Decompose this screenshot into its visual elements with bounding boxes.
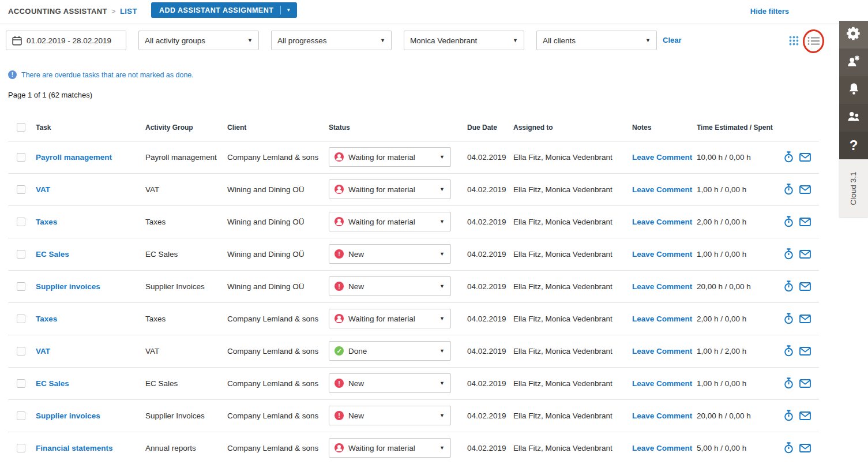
client-cell: Wining and Dining OÜ bbox=[227, 250, 305, 259]
column-header-notes: Notes bbox=[632, 114, 697, 141]
grid-view-icon[interactable] bbox=[789, 36, 799, 48]
status-dropdown[interactable]: Done ▼ bbox=[329, 341, 451, 361]
sidebar-item-settings[interactable] bbox=[839, 21, 868, 48]
task-link[interactable]: Supplier invoices bbox=[36, 282, 100, 291]
status-dropdown[interactable]: Waiting for material ▼ bbox=[329, 309, 451, 328]
sidebar-item-user-settings[interactable] bbox=[839, 48, 868, 76]
status-dropdown[interactable]: Waiting for material ▼ bbox=[329, 147, 451, 167]
leave-comment-link[interactable]: Leave Comment bbox=[632, 315, 692, 323]
chevron-down-icon: ▼ bbox=[439, 380, 445, 386]
due-date-cell: 04.02.2019 bbox=[467, 315, 506, 323]
leave-comment-link[interactable]: Leave Comment bbox=[632, 347, 692, 356]
client-cell: Company Lemland & sons bbox=[227, 444, 318, 452]
task-link[interactable]: EC Sales bbox=[36, 250, 69, 259]
status-dropdown[interactable]: Waiting for material ▼ bbox=[329, 212, 451, 231]
row-checkbox[interactable] bbox=[17, 185, 25, 194]
assigned-to-cell: Ella Fitz, Monica Vedenbrant bbox=[513, 315, 613, 323]
timer-icon[interactable] bbox=[783, 151, 794, 163]
timer-icon[interactable] bbox=[783, 377, 794, 389]
table-row: VAT VAT Wining and Dining OÜ Waiting for… bbox=[8, 173, 819, 205]
mail-icon[interactable] bbox=[799, 411, 811, 420]
clear-filters-link[interactable]: Clear bbox=[663, 36, 682, 44]
date-range-input[interactable]: 01.02.2019 - 28.02.2019 bbox=[6, 31, 126, 50]
sidebar-item-help[interactable]: ? bbox=[839, 132, 868, 159]
status-dropdown[interactable]: New ▼ bbox=[329, 406, 451, 425]
row-checkbox[interactable] bbox=[17, 153, 25, 162]
select-all-checkbox[interactable] bbox=[17, 123, 25, 132]
leave-comment-link[interactable]: Leave Comment bbox=[632, 185, 692, 194]
client-filter[interactable]: All clients ▼ bbox=[536, 31, 657, 50]
cloud-version-tab[interactable]: Cloud 3.1 bbox=[839, 159, 868, 217]
row-checkbox[interactable] bbox=[17, 282, 25, 291]
status-dropdown[interactable]: New ▼ bbox=[329, 244, 451, 264]
row-checkbox[interactable] bbox=[17, 315, 25, 323]
breadcrumb-root[interactable]: ACCOUNTING ASSISTANT bbox=[8, 7, 107, 16]
task-link[interactable]: Payroll management bbox=[36, 153, 112, 162]
hide-filters-link[interactable]: Hide filters bbox=[750, 7, 789, 16]
gear-icon bbox=[846, 26, 861, 43]
status-dropdown[interactable]: New ▼ bbox=[329, 276, 451, 296]
table-row: VAT VAT Company Lemland & sons Done ▼ 04… bbox=[8, 335, 819, 367]
row-checkbox[interactable] bbox=[17, 444, 25, 452]
status-dropdown[interactable]: New ▼ bbox=[329, 373, 451, 393]
column-header-activity-group: Activity Group bbox=[145, 114, 227, 141]
leave-comment-link[interactable]: Leave Comment bbox=[632, 379, 692, 388]
leave-comment-link[interactable]: Leave Comment bbox=[632, 282, 692, 291]
row-checkbox[interactable] bbox=[17, 218, 25, 226]
timer-icon[interactable] bbox=[783, 410, 794, 421]
breadcrumb-current[interactable]: LIST bbox=[120, 7, 137, 16]
mail-icon[interactable] bbox=[799, 444, 811, 452]
chevron-down-icon: ▼ bbox=[439, 316, 445, 321]
mail-icon[interactable] bbox=[799, 282, 811, 291]
people-icon bbox=[846, 109, 861, 126]
accounting-assistant-page: ACCOUNTING ASSISTANT>LIST ADD ASSISTANT … bbox=[0, 0, 868, 464]
task-link[interactable]: VAT bbox=[36, 185, 50, 194]
timer-icon[interactable] bbox=[783, 184, 794, 195]
activity-group-filter[interactable]: All activity groups ▼ bbox=[138, 31, 259, 50]
mail-icon[interactable] bbox=[799, 379, 811, 388]
mail-icon[interactable] bbox=[799, 185, 811, 194]
task-link[interactable]: Financial statements bbox=[36, 444, 113, 452]
task-link[interactable]: Supplier invoices bbox=[36, 411, 100, 420]
timer-icon[interactable] bbox=[783, 248, 794, 260]
chevron-down-icon: ▼ bbox=[439, 154, 445, 160]
progress-filter[interactable]: All progresses ▼ bbox=[271, 31, 392, 50]
task-link[interactable]: EC Sales bbox=[36, 379, 69, 388]
task-link[interactable]: Taxes bbox=[36, 315, 57, 323]
mail-icon[interactable] bbox=[799, 250, 811, 259]
add-assistant-assignment-button[interactable]: ADD ASSISTANT ASSIGNMENT ▼ bbox=[151, 2, 297, 18]
timer-icon[interactable] bbox=[783, 442, 794, 454]
mail-icon[interactable] bbox=[799, 347, 811, 356]
timer-icon[interactable] bbox=[783, 313, 794, 324]
column-header-status: Status bbox=[329, 114, 467, 141]
row-checkbox[interactable] bbox=[17, 379, 25, 388]
assigned-to-cell: Ella Fitz, Monica Vedenbrant bbox=[513, 347, 613, 356]
timer-icon[interactable] bbox=[783, 280, 794, 292]
chevron-down-icon[interactable]: ▼ bbox=[286, 8, 291, 13]
mail-icon[interactable] bbox=[799, 218, 811, 226]
assignee-filter[interactable]: Monica Vedenbrant ▼ bbox=[404, 31, 524, 50]
leave-comment-link[interactable]: Leave Comment bbox=[632, 411, 692, 420]
row-checkbox[interactable] bbox=[17, 347, 25, 356]
due-date-cell: 04.02.2019 bbox=[467, 185, 506, 194]
table-row: EC Sales EC Sales Wining and Dining OÜ N… bbox=[8, 238, 819, 270]
mail-icon[interactable] bbox=[799, 315, 811, 323]
leave-comment-link[interactable]: Leave Comment bbox=[632, 250, 692, 259]
leave-comment-link[interactable]: Leave Comment bbox=[632, 153, 692, 162]
status-dropdown[interactable]: Waiting for material ▼ bbox=[329, 179, 451, 199]
leave-comment-link[interactable]: Leave Comment bbox=[632, 218, 692, 226]
list-view-icon[interactable] bbox=[807, 36, 820, 48]
task-link[interactable]: Taxes bbox=[36, 218, 57, 226]
timer-icon[interactable] bbox=[783, 345, 794, 357]
mail-icon[interactable] bbox=[799, 153, 811, 162]
sidebar-item-clients[interactable] bbox=[839, 104, 868, 132]
status-dropdown[interactable]: Waiting for material ▼ bbox=[329, 438, 451, 458]
task-link[interactable]: VAT bbox=[36, 347, 50, 356]
row-checkbox[interactable] bbox=[17, 250, 25, 259]
row-checkbox[interactable] bbox=[17, 411, 25, 420]
status-label: Waiting for material bbox=[348, 218, 415, 226]
sidebar-item-notifications[interactable] bbox=[839, 76, 868, 104]
timer-icon[interactable] bbox=[783, 216, 794, 227]
leave-comment-link[interactable]: Leave Comment bbox=[632, 444, 692, 452]
chevron-down-icon: ▼ bbox=[439, 186, 445, 192]
